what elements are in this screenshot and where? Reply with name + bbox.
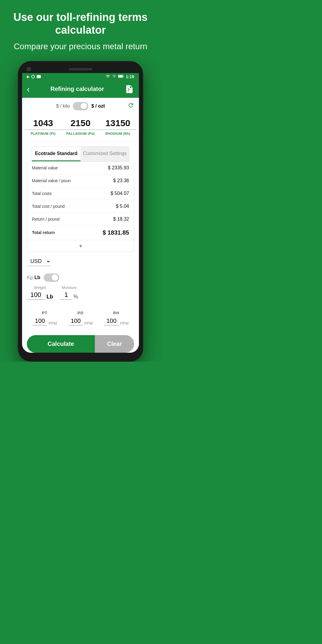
weight-unit-label: Lb [47,294,53,300]
hero-title: Use our toll-refining terms calculator [12,11,149,36]
expand-button[interactable]: ▾ [27,240,134,252]
unit-kilo-label: $ / kilo [56,103,70,109]
material-per-pound-label: Material value / poun [32,178,71,183]
pd-ppm-field[interactable]: 100 [68,318,83,326]
rh-ppm-group: 100 PPM [98,318,134,326]
result-row-material-value: Material value $ 2335.93 [27,162,134,174]
pd-ppm-group: 100 PPM [63,318,98,326]
cost-per-pound-amount: $ 5.04 [116,204,129,209]
ppm-header: PT PD RH [27,311,134,315]
hero-section: Use our toll-refining terms calculator C… [0,0,161,58]
unit-ozt-label: $ / ozt [91,103,105,109]
pt-ppm-value-row: 100 PPM [27,318,63,326]
moisture-value-row: 1 % [60,291,78,300]
toggle-knob [80,103,87,109]
phone-wrapper: ▶ 1:19 [0,58,161,362]
unit-toggle-row: $ / kilo $ / ozt [22,98,139,113]
rh-ppm-unit: PPM [120,321,129,326]
palladium-value: 2150 [62,118,99,130]
platinum-value: 1043 [24,118,62,130]
phone-device: ▶ 1:19 [18,61,143,362]
pt-ppm-field[interactable]: 100 [32,318,47,326]
rh-column-label: RH [98,311,134,315]
clear-button[interactable]: Clear [95,335,134,353]
pt-column-label: PT [27,311,63,315]
tab-ecotrade[interactable]: Ecotrade Standard [32,147,80,161]
signal-icon [112,74,116,79]
battery-icon [118,75,124,79]
kg-lb-toggle-labels: Kg Lb [27,275,40,280]
time-display: 1:19 [126,74,134,79]
results-table: Material value $ 2335.93 Material value … [27,162,134,252]
moisture-field-label: Moisture [60,285,78,290]
cost-per-pound-label: Total cost / pound [32,204,65,209]
tabs-container-wrapper: Ecotrade Standard Customized Settings [22,146,139,162]
front-camera [27,67,31,71]
kg-label: Kg [27,275,33,280]
back-button[interactable]: ‹ [27,84,30,94]
moisture-input-group: Moisture 1 % [60,285,78,300]
refresh-button[interactable] [128,102,134,110]
ppm-values-row: 100 PPM 100 PPM 100 [27,318,134,326]
lb-label: Lb [35,275,41,280]
speaker [69,68,92,70]
total-costs-amount: $ 504.07 [111,191,129,196]
sd-icon [37,75,41,78]
status-bar: ▶ 1:19 [22,73,139,80]
calculate-button[interactable]: Calculate [27,335,95,353]
phone-top [22,67,139,73]
total-return-label: Total return [32,230,55,235]
content-area: $ / kilo $ / ozt 1043 PLATINUM (Pt) [22,98,139,353]
app-bar: ‹ Refining calculator [22,80,139,98]
palladium-label: PALLADIUM (Pd) [62,132,99,135]
weight-moisture-inputs: Weight 100 Lb Moisture 1 % [27,284,134,300]
currency-row: USD [27,257,134,266]
result-row-total-costs: Total costs $ 504.07 [27,187,134,200]
weight-input-group: Weight 100 Lb [27,285,53,300]
moisture-unit-label: % [73,294,78,300]
result-row-cost-per-pound: Total cost / pound $ 5.04 [27,200,134,213]
rhodium-label: RHODIUM (Rh) [99,132,137,135]
currency-select[interactable]: USD [27,257,51,266]
result-row-total-return: Total return $ 1831.85 [27,226,134,240]
pt-ppm-unit: PPM [49,321,57,326]
kg-lb-toggle-switch[interactable] [44,273,59,282]
total-return-amount: $ 1831.85 [103,229,129,236]
shield-icon: ▶ [27,75,30,79]
status-left-icons: ▶ [27,75,41,79]
pd-ppm-value-row: 100 PPM [63,318,98,326]
tabs: Ecotrade Standard Customized Settings [32,146,129,162]
circle-status-icon [31,75,35,78]
rhodium-value: 13150 [99,118,137,130]
result-row-return-per-pound: Return / pound $ 18.32 [27,213,134,226]
unit-toggle-switch[interactable] [73,102,88,110]
svg-rect-1 [118,75,123,77]
kg-lb-knob [52,274,58,281]
rh-ppm-field[interactable]: 100 [104,318,119,326]
weight-field[interactable]: 100 [27,291,45,300]
ppm-section: PT PD RH 100 PPM 100 [27,307,134,330]
return-per-pound-amount: $ 18.32 [113,216,129,222]
app-bar-title: Refining calculator [50,86,104,92]
moisture-field[interactable]: 1 [60,291,72,300]
total-costs-label: Total costs [32,191,52,196]
material-value-label: Material value [32,165,58,170]
document-icon[interactable] [125,84,134,94]
bottom-buttons: Calculate Clear [27,335,134,353]
weight-moisture-section: Kg Lb Weight 100 Lb [27,270,134,304]
screen: ▶ 1:19 [22,73,139,353]
material-value-amount: $ 2335.93 [108,165,129,171]
material-per-pound-amount: $ 23.36 [113,178,129,183]
return-per-pound-label: Return / pound [32,217,60,222]
pd-column-label: PD [63,311,98,315]
rh-ppm-value-row: 100 PPM [98,318,134,326]
weight-header: Kg Lb [27,273,134,282]
palladium-price[interactable]: 2150 PALLADIUM (Pd) [62,118,99,135]
platinum-price[interactable]: 1043 PLATINUM (Pt) [24,118,62,135]
hero-subtitle: Compare your precious metal return [12,41,149,52]
result-row-material-per-pound: Material value / poun $ 23.36 [27,174,134,187]
pt-ppm-group: 100 PPM [27,318,63,326]
platinum-label: PLATINUM (Pt) [24,132,62,135]
tab-customized[interactable]: Customized Settings [80,147,129,161]
rhodium-price[interactable]: 13150 RHODIUM (Rh) [99,118,137,135]
